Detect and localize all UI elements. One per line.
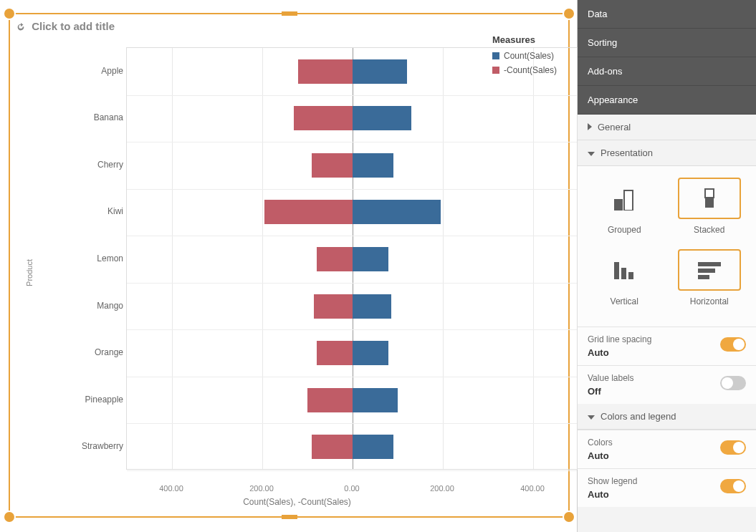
panel-sub-general[interactable]: General — [578, 115, 756, 140]
category-label: Cherry — [37, 160, 123, 170]
bar[interactable] — [317, 341, 353, 365]
category-label: Lemon — [37, 253, 123, 263]
svg-rect-9 — [698, 275, 709, 279]
bar[interactable] — [264, 200, 353, 224]
prop-show-legend: Show legend Auto — [578, 468, 756, 507]
category-label: Pineapple — [37, 395, 123, 405]
grouped-button[interactable]: Grouped — [586, 175, 663, 238]
legend-item: Count(Sales) — [492, 51, 557, 61]
grid-spacing-toggle[interactable] — [720, 337, 746, 352]
bar[interactable] — [314, 294, 353, 319]
bar[interactable] — [307, 388, 353, 412]
bar[interactable] — [312, 435, 353, 459]
horizontal-button[interactable]: Horizontal — [671, 246, 748, 309]
category-label: Apple — [37, 66, 123, 76]
properties-panel: Data Sorting Add-ons Appearance General … — [577, 0, 756, 532]
chart-canvas: Click to add title Measures Count(Sales)… — [0, 0, 577, 532]
category-label: Mango — [37, 301, 123, 311]
bar[interactable] — [312, 153, 353, 178]
svg-rect-8 — [698, 269, 715, 273]
x-tick: 400.00 — [520, 484, 545, 493]
legend-title: Measures — [492, 34, 557, 45]
presentation-body: Grouped Stacked Vertical Horizontal — [578, 166, 756, 327]
plot-area: Product Count(Sales), -Count(Sales) 400.… — [33, 47, 561, 498]
category-label: Strawberry — [37, 441, 123, 451]
colors-toggle[interactable] — [720, 440, 746, 455]
panel-section-appearance[interactable]: Appearance — [578, 86, 756, 115]
y-axis-label: Product — [25, 259, 34, 286]
legend: Measures Count(Sales)-Count(Sales) — [492, 34, 557, 79]
x-axis-label: Count(Sales), -Count(Sales) — [243, 497, 351, 507]
bar[interactable] — [353, 435, 393, 459]
svg-rect-2 — [705, 189, 714, 198]
legend-item: -Count(Sales) — [492, 65, 557, 75]
panel-section-sorting[interactable]: Sorting — [578, 29, 756, 57]
svg-rect-6 — [628, 272, 633, 279]
svg-rect-3 — [705, 198, 714, 208]
prop-value-labels: Value labels Off — [578, 365, 756, 404]
category-label: Kiwi — [37, 206, 123, 216]
bar[interactable] — [353, 294, 391, 319]
bar[interactable] — [353, 106, 411, 130]
svg-rect-4 — [614, 262, 619, 279]
grid — [126, 47, 578, 470]
value-labels-toggle[interactable] — [720, 376, 746, 390]
panel-section-data[interactable]: Data — [578, 0, 756, 29]
x-tick: 400.00 — [159, 484, 183, 493]
vertical-button[interactable]: Vertical — [586, 246, 663, 309]
bar[interactable] — [353, 388, 398, 412]
panel-sub-presentation[interactable]: Presentation — [578, 140, 756, 166]
panel-sub-colors-legend[interactable]: Colors and legend — [578, 404, 756, 430]
panel-section-addons[interactable]: Add-ons — [578, 57, 756, 86]
x-tick: 200.00 — [430, 484, 454, 493]
chart-title-input[interactable]: Click to add title — [10, 16, 568, 38]
prop-grid-spacing: Grid line spacing Auto — [578, 327, 756, 365]
show-legend-toggle[interactable] — [720, 479, 746, 493]
svg-rect-1 — [624, 190, 633, 211]
x-tick: 200.00 — [249, 484, 274, 493]
stacked-button[interactable]: Stacked — [671, 175, 748, 238]
bar[interactable] — [294, 106, 353, 130]
bar[interactable] — [298, 59, 353, 84]
bar[interactable] — [353, 200, 441, 224]
svg-rect-5 — [621, 268, 626, 279]
svg-rect-7 — [698, 262, 721, 266]
bar[interactable] — [353, 59, 407, 84]
prop-colors: Colors Auto — [578, 430, 756, 468]
bar[interactable] — [317, 247, 353, 271]
category-label: Orange — [37, 347, 123, 357]
bar[interactable] — [353, 247, 388, 271]
svg-rect-0 — [614, 199, 623, 211]
bar[interactable] — [353, 153, 393, 178]
category-label: Banana — [37, 112, 123, 122]
bar[interactable] — [353, 341, 388, 365]
refresh-icon — [16, 22, 26, 32]
x-tick: 0.00 — [344, 484, 359, 493]
